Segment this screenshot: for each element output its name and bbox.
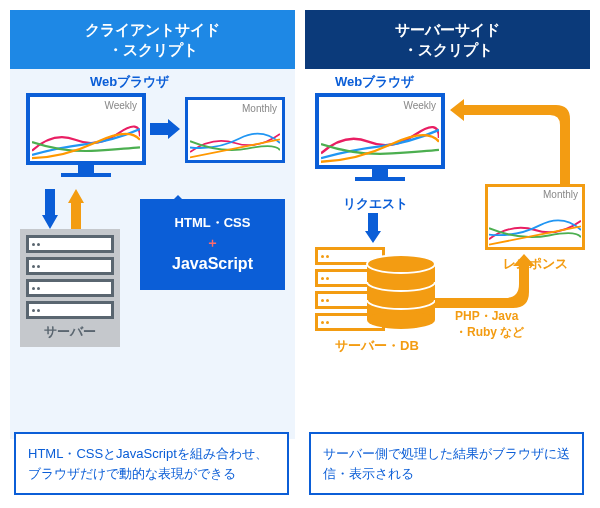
server-body: Webブラウザ Weekly Monthly (305, 69, 590, 439)
client-body: Webブラウザ Weekly Monthly (10, 69, 295, 439)
chart-monthly-r (489, 201, 581, 259)
browser-output: Monthly (185, 97, 285, 163)
server-side-panel: サーバーサイド ・スクリプト Webブラウザ Weekly Monthly (305, 10, 590, 439)
tech-bubble: HTML・CSS ＋ JavaScript (140, 199, 285, 290)
bubble-js: JavaScript (150, 252, 275, 276)
chart-weekly-r (321, 112, 439, 176)
process-arrow-icon (435, 254, 535, 314)
browser-monitor-r: Weekly (315, 93, 445, 181)
chart-monthly (190, 115, 280, 171)
weekly-tag-r: Weekly (321, 99, 439, 112)
arrow-up-icon (68, 189, 84, 229)
browser-label: Webブラウザ (90, 73, 169, 91)
server-note: サーバー側で処理した結果がブラウザに送信・表示される (309, 432, 584, 495)
bubble-htmlcss: HTML・CSS (150, 213, 275, 233)
request-arrow-icon (365, 213, 381, 243)
response-output: Monthly (485, 184, 585, 250)
response-arrow-icon (450, 99, 580, 189)
monthly-tag-r: Monthly (489, 188, 581, 201)
database-icon (365, 254, 437, 332)
browser-label-r: Webブラウザ (335, 73, 414, 91)
browser-monitor: Weekly (26, 93, 146, 177)
client-note: HTML・CSSとJavaScriptを組み合わせ、ブラウザだけで動的な表現がで… (14, 432, 289, 495)
server-db-label: サーバー・DB (335, 337, 419, 355)
client-side-panel: クライアントサイド ・スクリプト Webブラウザ Weekly Monthly (10, 10, 295, 439)
bubble-plus: ＋ (150, 233, 275, 253)
lang-label: PHP・Java ・Ruby など (455, 309, 524, 340)
server-header: サーバーサイド ・スクリプト (305, 10, 590, 69)
server-box: サーバー (20, 229, 120, 347)
svg-point-2 (367, 311, 435, 329)
weekly-tag: Weekly (32, 99, 140, 112)
request-label: リクエスト (343, 195, 408, 213)
client-header: クライアントサイド ・スクリプト (10, 10, 295, 69)
arrow-right-icon (150, 119, 180, 139)
monthly-tag: Monthly (190, 102, 280, 115)
server-label: サーバー (26, 323, 114, 341)
arrow-down-icon (42, 189, 58, 229)
chart-weekly (32, 112, 140, 172)
